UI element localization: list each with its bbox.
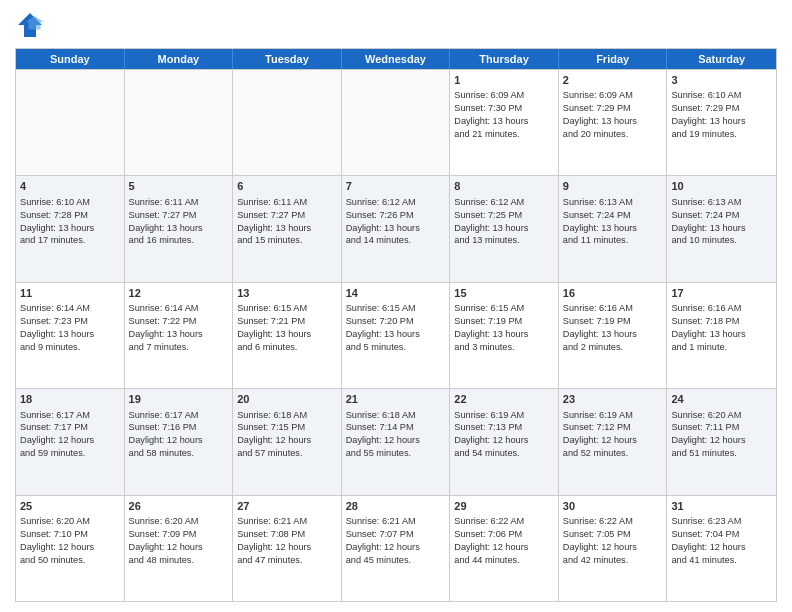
day-info-text: Sunrise: 6:23 AM — [671, 515, 772, 528]
calendar-row-2: 4Sunrise: 6:10 AMSunset: 7:28 PMDaylight… — [16, 175, 776, 281]
day-info-text: Sunset: 7:20 PM — [346, 315, 446, 328]
day-info-text: and 47 minutes. — [237, 554, 337, 567]
day-info-text: Sunset: 7:14 PM — [346, 421, 446, 434]
day-info-text: and 1 minute. — [671, 341, 772, 354]
day-number-13: 13 — [237, 286, 337, 301]
day-info-text: Daylight: 12 hours — [346, 434, 446, 447]
day-info-text: and 54 minutes. — [454, 447, 554, 460]
day-cell-26: 26Sunrise: 6:20 AMSunset: 7:09 PMDayligh… — [125, 496, 234, 601]
day-info-text: Sunset: 7:24 PM — [671, 209, 772, 222]
day-cell-15: 15Sunrise: 6:15 AMSunset: 7:19 PMDayligh… — [450, 283, 559, 388]
day-info-text: Sunrise: 6:15 AM — [346, 302, 446, 315]
day-info-text: Sunrise: 6:09 AM — [563, 89, 663, 102]
day-info-text: Sunset: 7:18 PM — [671, 315, 772, 328]
day-info-text: Daylight: 13 hours — [454, 115, 554, 128]
day-info-text: Sunrise: 6:17 AM — [20, 409, 120, 422]
day-info-text: Sunset: 7:29 PM — [671, 102, 772, 115]
logo-icon — [15, 10, 45, 40]
day-number-15: 15 — [454, 286, 554, 301]
day-info-text: Sunrise: 6:11 AM — [237, 196, 337, 209]
day-info-text: Sunrise: 6:10 AM — [671, 89, 772, 102]
day-info-text: and 55 minutes. — [346, 447, 446, 460]
day-info-text: Sunset: 7:24 PM — [563, 209, 663, 222]
day-cell-20: 20Sunrise: 6:18 AMSunset: 7:15 PMDayligh… — [233, 389, 342, 494]
day-cell-17: 17Sunrise: 6:16 AMSunset: 7:18 PMDayligh… — [667, 283, 776, 388]
day-info-text: Sunrise: 6:18 AM — [237, 409, 337, 422]
day-info-text: and 57 minutes. — [237, 447, 337, 460]
day-number-24: 24 — [671, 392, 772, 407]
day-info-text: and 5 minutes. — [346, 341, 446, 354]
day-info-text: Daylight: 13 hours — [237, 328, 337, 341]
day-info-text: and 9 minutes. — [20, 341, 120, 354]
day-info-text: Sunset: 7:10 PM — [20, 528, 120, 541]
day-number-6: 6 — [237, 179, 337, 194]
day-info-text: Daylight: 13 hours — [20, 222, 120, 235]
day-cell-11: 11Sunrise: 6:14 AMSunset: 7:23 PMDayligh… — [16, 283, 125, 388]
day-cell-14: 14Sunrise: 6:15 AMSunset: 7:20 PMDayligh… — [342, 283, 451, 388]
day-info-text: and 59 minutes. — [20, 447, 120, 460]
day-cell-29: 29Sunrise: 6:22 AMSunset: 7:06 PMDayligh… — [450, 496, 559, 601]
day-cell-5: 5Sunrise: 6:11 AMSunset: 7:27 PMDaylight… — [125, 176, 234, 281]
day-info-text: and 15 minutes. — [237, 234, 337, 247]
calendar-row-4: 18Sunrise: 6:17 AMSunset: 7:17 PMDayligh… — [16, 388, 776, 494]
day-info-text: Daylight: 13 hours — [129, 222, 229, 235]
day-info-text: and 45 minutes. — [346, 554, 446, 567]
day-info-text: Daylight: 12 hours — [454, 541, 554, 554]
day-cell-16: 16Sunrise: 6:16 AMSunset: 7:19 PMDayligh… — [559, 283, 668, 388]
day-info-text: Daylight: 13 hours — [237, 222, 337, 235]
calendar-row-5: 25Sunrise: 6:20 AMSunset: 7:10 PMDayligh… — [16, 495, 776, 601]
day-info-text: Sunrise: 6:14 AM — [129, 302, 229, 315]
day-number-28: 28 — [346, 499, 446, 514]
day-cell-9: 9Sunrise: 6:13 AMSunset: 7:24 PMDaylight… — [559, 176, 668, 281]
day-info-text: Sunset: 7:05 PM — [563, 528, 663, 541]
day-number-11: 11 — [20, 286, 120, 301]
day-cell-22: 22Sunrise: 6:19 AMSunset: 7:13 PMDayligh… — [450, 389, 559, 494]
day-info-text: Sunset: 7:12 PM — [563, 421, 663, 434]
day-info-text: Daylight: 12 hours — [129, 434, 229, 447]
day-number-14: 14 — [346, 286, 446, 301]
day-number-20: 20 — [237, 392, 337, 407]
day-number-21: 21 — [346, 392, 446, 407]
day-info-text: Sunrise: 6:17 AM — [129, 409, 229, 422]
day-info-text: Daylight: 12 hours — [20, 434, 120, 447]
day-cell-25: 25Sunrise: 6:20 AMSunset: 7:10 PMDayligh… — [16, 496, 125, 601]
logo — [15, 10, 49, 40]
day-cell-30: 30Sunrise: 6:22 AMSunset: 7:05 PMDayligh… — [559, 496, 668, 601]
day-info-text: Sunrise: 6:18 AM — [346, 409, 446, 422]
day-info-text: Sunset: 7:27 PM — [237, 209, 337, 222]
day-number-26: 26 — [129, 499, 229, 514]
day-cell-7: 7Sunrise: 6:12 AMSunset: 7:26 PMDaylight… — [342, 176, 451, 281]
day-info-text: Sunrise: 6:14 AM — [20, 302, 120, 315]
day-info-text: Daylight: 12 hours — [346, 541, 446, 554]
day-number-7: 7 — [346, 179, 446, 194]
day-info-text: Daylight: 13 hours — [671, 115, 772, 128]
day-info-text: Sunrise: 6:16 AM — [563, 302, 663, 315]
day-info-text: Sunrise: 6:22 AM — [563, 515, 663, 528]
day-info-text: and 19 minutes. — [671, 128, 772, 141]
calendar: SundayMondayTuesdayWednesdayThursdayFrid… — [15, 48, 777, 602]
day-info-text: and 2 minutes. — [563, 341, 663, 354]
day-cell-2: 2Sunrise: 6:09 AMSunset: 7:29 PMDaylight… — [559, 70, 668, 175]
day-info-text: and 14 minutes. — [346, 234, 446, 247]
day-info-text: and 41 minutes. — [671, 554, 772, 567]
day-info-text: Sunset: 7:28 PM — [20, 209, 120, 222]
day-cell-28: 28Sunrise: 6:21 AMSunset: 7:07 PMDayligh… — [342, 496, 451, 601]
header — [15, 10, 777, 40]
day-info-text: Sunset: 7:07 PM — [346, 528, 446, 541]
calendar-header: SundayMondayTuesdayWednesdayThursdayFrid… — [16, 49, 776, 69]
day-info-text: and 11 minutes. — [563, 234, 663, 247]
day-info-text: Daylight: 12 hours — [563, 434, 663, 447]
empty-cell — [125, 70, 234, 175]
day-info-text: Sunrise: 6:20 AM — [129, 515, 229, 528]
day-cell-1: 1Sunrise: 6:09 AMSunset: 7:30 PMDaylight… — [450, 70, 559, 175]
empty-cell — [16, 70, 125, 175]
day-number-2: 2 — [563, 73, 663, 88]
day-cell-23: 23Sunrise: 6:19 AMSunset: 7:12 PMDayligh… — [559, 389, 668, 494]
day-cell-31: 31Sunrise: 6:23 AMSunset: 7:04 PMDayligh… — [667, 496, 776, 601]
day-info-text: and 17 minutes. — [20, 234, 120, 247]
day-info-text: Daylight: 13 hours — [454, 222, 554, 235]
empty-cell — [233, 70, 342, 175]
day-info-text: Sunset: 7:23 PM — [20, 315, 120, 328]
day-info-text: Daylight: 12 hours — [671, 541, 772, 554]
day-info-text: Daylight: 13 hours — [563, 328, 663, 341]
